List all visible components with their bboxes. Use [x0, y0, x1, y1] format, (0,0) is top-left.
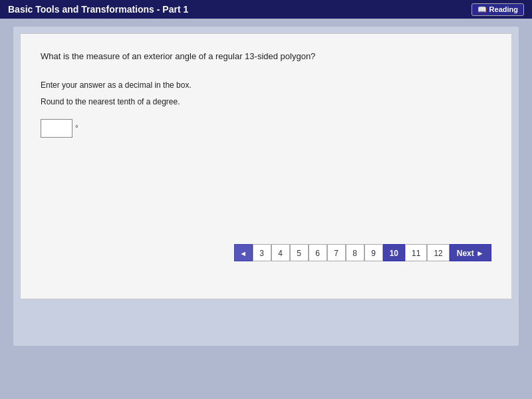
- degree-symbol: °: [75, 124, 78, 133]
- pagination-page-6[interactable]: 6: [309, 244, 327, 261]
- header-bar: Basic Tools and Transformations - Part 1…: [0, 0, 532, 19]
- question-text: What is the measure of an exterior angle…: [41, 50, 491, 63]
- pagination-next-button[interactable]: Next ►: [450, 244, 491, 261]
- answer-area: °: [41, 119, 491, 138]
- pagination-page-10[interactable]: 10: [383, 244, 405, 261]
- pagination-page-12[interactable]: 12: [427, 244, 449, 261]
- page-title: Basic Tools and Transformations - Part 1: [8, 4, 188, 15]
- pagination-bar: ◄ 3 4 5 6 7 8 9 10 11 12 Next ►: [41, 244, 491, 261]
- pagination-page-11[interactable]: 11: [405, 244, 427, 261]
- reading-badge-label: Reading: [489, 5, 518, 13]
- instruction-text-2: Round to the nearest tenth of a degree.: [41, 96, 491, 108]
- pagination-page-7[interactable]: 7: [327, 244, 346, 261]
- pagination-page-9[interactable]: 9: [364, 244, 383, 261]
- pagination-prev-button[interactable]: ◄: [234, 244, 253, 261]
- outer-frame: What is the measure of an exterior angle…: [13, 27, 519, 346]
- reading-badge-icon: 📖: [477, 5, 487, 14]
- instruction-text-1: Enter your answer as a decimal in the bo…: [41, 79, 491, 92]
- pagination-page-3[interactable]: 3: [253, 244, 271, 261]
- inner-card: What is the measure of an exterior angle…: [20, 33, 512, 299]
- pagination-page-8[interactable]: 8: [346, 244, 364, 261]
- pagination-page-4[interactable]: 4: [271, 244, 290, 261]
- answer-input[interactable]: [41, 119, 72, 138]
- reading-badge: 📖 Reading: [471, 3, 524, 16]
- pagination-page-5[interactable]: 5: [290, 244, 309, 261]
